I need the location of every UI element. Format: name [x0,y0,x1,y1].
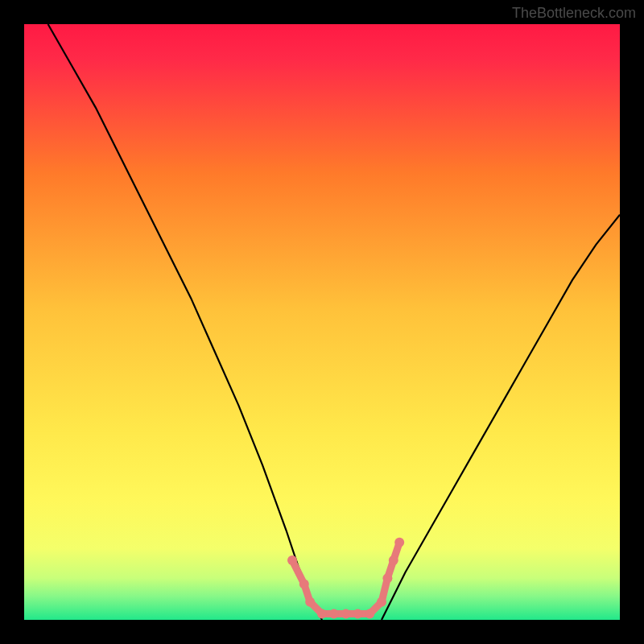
gradient-background [24,24,620,620]
marker-point [287,555,297,565]
marker-point [305,597,315,607]
chart-svg [24,24,620,620]
watermark-text: TheBottleneck.com [512,5,636,22]
marker-point [341,609,351,619]
chart-container: TheBottleneck.com [0,0,644,644]
marker-point [389,555,398,565]
marker-point [299,580,309,589]
marker-point [382,573,392,583]
marker-point [377,597,386,607]
marker-point [329,609,339,619]
marker-point [365,609,374,619]
plot-area [24,24,620,620]
marker-point [353,609,362,619]
marker-point [394,538,404,547]
marker-point [317,609,327,619]
